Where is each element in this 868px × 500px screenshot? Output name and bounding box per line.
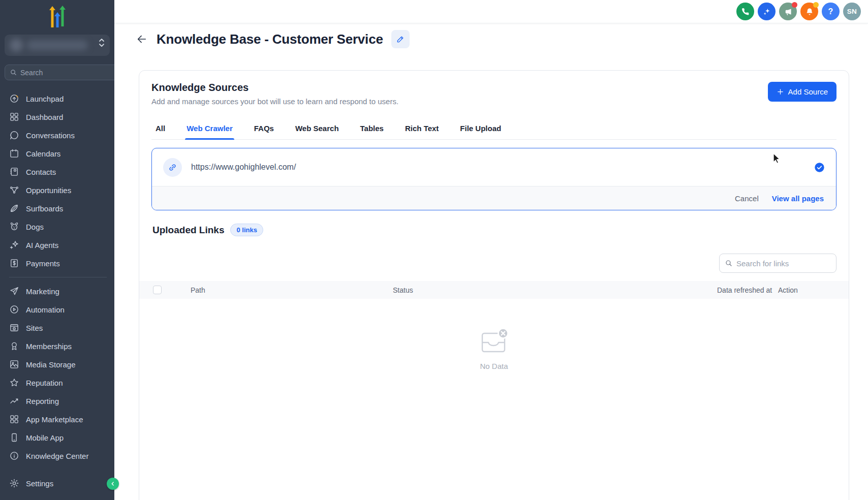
select-all-checkbox[interactable]	[153, 286, 162, 294]
phone-icon	[741, 7, 750, 16]
sidebar-item-app-marketplace[interactable]: App Marketplace	[0, 410, 114, 428]
crawler-url-input[interactable]: https://www.gohighlevel.com/	[191, 163, 805, 172]
sidebar-item-label: Automation	[26, 305, 65, 314]
plus-icon	[777, 88, 784, 96]
sidebar-item-label: Media Storage	[26, 360, 76, 369]
reporting-icon	[9, 396, 19, 406]
sidebar-item-label: Surfboards	[26, 204, 63, 213]
links-search-input[interactable]	[736, 259, 831, 268]
user-avatar[interactable]: SN	[843, 3, 861, 20]
marketing-icon	[9, 286, 19, 296]
view-all-pages-link[interactable]: View all pages	[772, 194, 824, 203]
ai-sparkles-icon	[762, 7, 771, 16]
links-search[interactable]	[719, 254, 836, 273]
search-icon	[725, 259, 733, 267]
account-switcher[interactable]	[5, 35, 110, 56]
pencil-icon	[396, 35, 405, 44]
no-data-icon	[478, 327, 510, 357]
sidebar-item-label: Memberships	[26, 342, 72, 351]
opportunities-icon	[9, 185, 19, 195]
notification-dot	[792, 2, 797, 8]
sidebar-item-mobile-app[interactable]: Mobile App	[0, 428, 114, 447]
column-action: Action	[778, 286, 849, 294]
tab-file-upload[interactable]: File Upload	[459, 121, 502, 139]
knowledge-sources-card: Knowledge Sources Add and manage sources…	[139, 70, 849, 500]
sidebar-item-label: AI Agents	[26, 241, 58, 249]
dogs-icon	[9, 222, 19, 232]
tab-web-crawler[interactable]: Web Crawler	[186, 121, 233, 139]
sidebar-item-dashboard[interactable]: Dashboard	[0, 108, 114, 126]
sidebar-item-label: Marketing	[26, 287, 59, 296]
sidebar-item-sites[interactable]: Sites	[0, 319, 114, 337]
app-window: ⌘ K LaunchpadDashboardConversationsCalen…	[0, 0, 868, 500]
sidebar-item-memberships[interactable]: Memberships	[0, 337, 114, 355]
tab-all[interactable]: All	[155, 121, 166, 139]
dashboard-icon	[9, 112, 19, 122]
sidebar-item-reputation[interactable]: Reputation	[0, 373, 114, 392]
conversations-icon	[9, 130, 19, 140]
section-subtitle: Add and manage sources your bot will use…	[151, 97, 398, 106]
sidebar-item-payments[interactable]: Payments	[0, 254, 114, 272]
ai-agents-icon	[9, 240, 19, 250]
main-area: ?SN Knowledge Base - Customer Service Kn…	[114, 0, 868, 500]
source-tabs: AllWeb CrawlerFAQsWeb SearchTablesRich T…	[151, 121, 836, 140]
sidebar-item-opportunities[interactable]: Opportunities	[0, 181, 114, 199]
sidebar-item-media-storage[interactable]: Media Storage	[0, 355, 114, 373]
sidebar-item-settings[interactable]: Settings	[0, 474, 114, 492]
sidebar-item-label: Reputation	[26, 379, 63, 387]
sidebar-item-automation[interactable]: Automation	[0, 300, 114, 319]
notification-dot	[813, 2, 819, 8]
sidebar-item-launchpad[interactable]: Launchpad	[0, 89, 114, 108]
phone-button[interactable]	[736, 3, 754, 20]
sidebar-item-label: Mobile App	[26, 433, 64, 442]
search-input[interactable]	[20, 69, 112, 77]
sidebar-item-label: Knowledge Center	[26, 452, 88, 460]
app-marketplace-icon	[9, 414, 19, 424]
tab-faqs[interactable]: FAQs	[254, 121, 274, 139]
link-icon	[163, 158, 182, 177]
sites-icon	[9, 323, 19, 333]
megaphone-button[interactable]	[779, 3, 797, 20]
topbar: ?SN	[114, 0, 868, 23]
contacts-icon	[9, 167, 19, 177]
column-status: Status	[393, 286, 717, 294]
sidebar-item-conversations[interactable]: Conversations	[0, 126, 114, 144]
tab-rich-text[interactable]: Rich Text	[405, 121, 439, 139]
selected-check-icon[interactable]	[814, 162, 825, 173]
sidebar-item-label: App Marketplace	[26, 415, 83, 424]
back-button[interactable]	[135, 33, 148, 46]
add-source-button[interactable]: Add Source	[768, 82, 836, 102]
sidebar-item-marketing[interactable]: Marketing	[0, 282, 114, 300]
empty-state: No Data	[151, 327, 836, 370]
sidebar-item-knowledge-center[interactable]: Knowledge Center	[0, 447, 114, 465]
account-name-blurred	[5, 35, 110, 56]
launchpad-icon	[9, 93, 19, 104]
tab-tables[interactable]: Tables	[360, 121, 384, 139]
sidebar-item-label: Opportunities	[26, 186, 71, 195]
sidebar-item-dogs[interactable]: Dogs	[0, 217, 114, 236]
tab-web-search[interactable]: Web Search	[295, 121, 339, 139]
settings-icon	[9, 478, 19, 488]
sidebar-item-label: Conversations	[26, 131, 75, 140]
ai-sparkles-button[interactable]	[758, 3, 776, 20]
no-data-label: No Data	[480, 362, 508, 370]
sidebar-collapse-button[interactable]	[107, 478, 119, 490]
avatar-initials: SN	[847, 8, 857, 15]
media-storage-icon	[9, 359, 19, 369]
sidebar-item-calendars[interactable]: Calendars	[0, 144, 114, 163]
sidebar-item-reporting[interactable]: Reporting	[0, 392, 114, 410]
search-icon	[10, 69, 17, 76]
help-button[interactable]: ?	[822, 3, 840, 20]
knowledge-sources-heading: Knowledge Sources Add and manage sources…	[151, 82, 398, 106]
cancel-button[interactable]: Cancel	[735, 194, 759, 203]
sidebar-item-label: Launchpad	[26, 95, 64, 103]
edit-title-button[interactable]	[391, 30, 410, 48]
bell-button[interactable]	[800, 3, 818, 20]
sidebar-item-label: Settings	[26, 479, 53, 488]
links-count-badge: 0 links	[230, 224, 263, 236]
sidebar-item-label: Payments	[26, 259, 60, 268]
web-crawler-card: https://www.gohighlevel.com/ Cancel View…	[151, 148, 836, 210]
sidebar-item-ai-agents[interactable]: AI Agents	[0, 236, 114, 254]
sidebar-item-surfboards[interactable]: Surfboards	[0, 199, 114, 217]
sidebar-item-contacts[interactable]: Contacts	[0, 163, 114, 181]
